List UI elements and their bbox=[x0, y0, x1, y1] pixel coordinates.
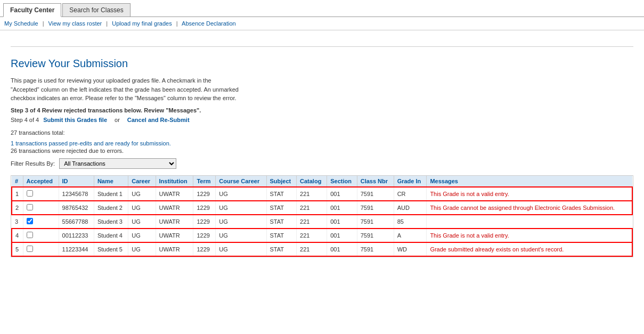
row-subject: STAT bbox=[266, 242, 297, 256]
row-term: 1229 bbox=[193, 242, 216, 256]
row-grade-in: AUD bbox=[394, 201, 427, 215]
row-grade-in: 85 bbox=[394, 215, 427, 229]
tab-search-classes[interactable]: Search for Classes bbox=[62, 3, 130, 17]
cancel-resubmit-link[interactable]: Cancel and Re-Submit bbox=[127, 117, 190, 123]
row-catalog: 221 bbox=[297, 242, 327, 256]
table-row: 112345678Student 1UGUWATR1229UGSTAT22100… bbox=[12, 187, 632, 201]
col-grade-in: Grade In bbox=[394, 176, 427, 187]
accepted-checkbox[interactable] bbox=[27, 204, 33, 210]
row-career: UG bbox=[128, 215, 156, 229]
row-accepted bbox=[23, 229, 59, 242]
table-wrapper: # Accepted ID Name Career Institution Te… bbox=[11, 175, 633, 257]
step4-prefix: Step 4 of 4 bbox=[11, 117, 39, 123]
row-course-career: UG bbox=[216, 229, 266, 242]
row-course-career: UG bbox=[216, 201, 266, 215]
row-name: Student 5 bbox=[94, 242, 128, 256]
col-name: Name bbox=[94, 176, 128, 187]
total-transactions: 27 transactions total: bbox=[11, 129, 633, 136]
row-num: 4 bbox=[12, 229, 23, 242]
row-term: 1229 bbox=[193, 215, 216, 229]
row-id: 98765432 bbox=[59, 201, 94, 215]
row-grade-in: A bbox=[394, 229, 427, 242]
accepted-checkbox[interactable] bbox=[27, 218, 33, 224]
row-accepted bbox=[23, 187, 59, 201]
row-institution: UWATR bbox=[156, 242, 193, 256]
row-name: Student 4 bbox=[94, 229, 128, 242]
col-catalog: Catalog bbox=[297, 176, 327, 187]
row-accepted bbox=[23, 201, 59, 215]
row-message: This Grade is not a valid entry. bbox=[427, 229, 632, 242]
passed-transactions: 1 transactions passed pre-edits and are … bbox=[11, 140, 633, 146]
row-grade-in: CR bbox=[394, 187, 427, 201]
submit-line: Step 4 of 4 Submit this Grades file or C… bbox=[11, 117, 633, 123]
nav-my-schedule[interactable]: My Schedule bbox=[4, 20, 38, 27]
col-id: ID bbox=[59, 176, 94, 187]
submit-grades-link[interactable]: Submit this Grades file bbox=[43, 117, 107, 123]
row-career: UG bbox=[128, 201, 156, 215]
row-section: 001 bbox=[327, 201, 357, 215]
col-term: Term bbox=[193, 176, 216, 187]
nav-sep-3: | bbox=[176, 20, 178, 27]
table-row: 400112233Student 4UGUWATR1229UGSTAT22100… bbox=[12, 229, 632, 242]
row-accepted bbox=[23, 215, 59, 229]
nav-sep-1: | bbox=[43, 20, 44, 27]
row-accepted bbox=[23, 242, 59, 256]
row-message: This Grade cannot be assigned through El… bbox=[427, 201, 632, 215]
nav-absence-declaration[interactable]: Absence Declaration bbox=[182, 20, 236, 27]
col-course-career: Course Career bbox=[216, 176, 266, 187]
step3-text: Step 3 of 4 Review rejected transactions… bbox=[11, 107, 633, 113]
row-institution: UWATR bbox=[156, 215, 193, 229]
row-id: 55667788 bbox=[59, 215, 94, 229]
row-section: 001 bbox=[327, 229, 357, 242]
row-class-nbr: 7591 bbox=[357, 187, 394, 201]
row-num: 2 bbox=[12, 201, 23, 215]
main-content: Review Your Submission This page is used… bbox=[0, 30, 644, 268]
grades-table: # Accepted ID Name Career Institution Te… bbox=[11, 176, 633, 257]
table-row: 355667788Student 3UGUWATR1229UGSTAT22100… bbox=[12, 215, 632, 229]
table-row: 298765432Student 2UGUWATR1229UGSTAT22100… bbox=[12, 201, 632, 215]
col-career: Career bbox=[128, 176, 156, 187]
row-name: Student 2 bbox=[94, 201, 128, 215]
row-term: 1229 bbox=[193, 201, 216, 215]
tab-faculty-center[interactable]: Faculty Center bbox=[3, 3, 61, 17]
description-text: This page is used for reviewing your upl… bbox=[11, 76, 240, 103]
accepted-checkbox[interactable] bbox=[27, 190, 33, 197]
row-id: 00112233 bbox=[59, 229, 94, 242]
row-section: 001 bbox=[327, 215, 357, 229]
row-term: 1229 bbox=[193, 187, 216, 201]
row-section: 001 bbox=[327, 242, 357, 256]
row-message: Grade submitted already exists on studen… bbox=[427, 242, 632, 256]
table-header-row: # Accepted ID Name Career Institution Te… bbox=[12, 176, 632, 187]
accepted-checkbox[interactable] bbox=[27, 246, 33, 252]
row-class-nbr: 7591 bbox=[357, 229, 394, 242]
row-class-nbr: 7591 bbox=[357, 201, 394, 215]
filter-row: Filter Results By: All Transactions bbox=[11, 158, 633, 169]
nav-view-roster[interactable]: View my class roster bbox=[48, 20, 102, 27]
row-career: UG bbox=[128, 242, 156, 256]
row-id: 12345678 bbox=[59, 187, 94, 201]
nav-upload-grades[interactable]: Upload my final grades bbox=[112, 20, 172, 27]
filter-label: Filter Results By: bbox=[11, 160, 55, 167]
row-catalog: 221 bbox=[297, 215, 327, 229]
accepted-checkbox[interactable] bbox=[27, 232, 33, 238]
filter-select[interactable]: All Transactions bbox=[59, 158, 176, 169]
row-num: 3 bbox=[12, 215, 23, 229]
row-institution: UWATR bbox=[156, 201, 193, 215]
row-message bbox=[427, 215, 632, 229]
row-num: 1 bbox=[12, 187, 23, 201]
table-row: 511223344Student 5UGUWATR1229UGSTAT22100… bbox=[12, 242, 632, 256]
row-name: Student 1 bbox=[94, 187, 128, 201]
col-accepted: Accepted bbox=[23, 176, 59, 187]
row-class-nbr: 7591 bbox=[357, 242, 394, 256]
row-grade-in: WD bbox=[394, 242, 427, 256]
row-course-career: UG bbox=[216, 215, 266, 229]
page-title: Review Your Submission bbox=[11, 58, 633, 70]
col-class-nbr: Class Nbr bbox=[357, 176, 394, 187]
row-subject: STAT bbox=[266, 229, 297, 242]
row-section: 001 bbox=[327, 187, 357, 201]
col-num: # bbox=[12, 176, 23, 187]
row-catalog: 221 bbox=[297, 229, 327, 242]
nav-sep-2: | bbox=[106, 20, 108, 27]
row-message: This Grade is not a valid entry. bbox=[427, 187, 632, 201]
col-institution: Institution bbox=[156, 176, 193, 187]
